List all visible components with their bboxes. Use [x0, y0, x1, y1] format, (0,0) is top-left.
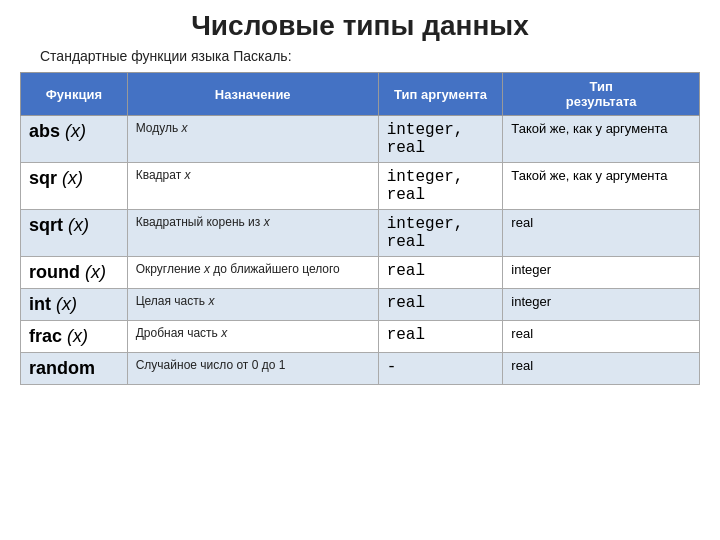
col-header-desc: Назначение: [127, 73, 378, 116]
func-name: int (x): [29, 294, 77, 314]
result-text: real: [511, 326, 533, 341]
argtype-text: real: [387, 294, 425, 312]
argtype-cell: real: [378, 257, 503, 289]
desc-cell: Квадратный корень из x: [127, 210, 378, 257]
argtype-cell: integer,real: [378, 163, 503, 210]
desc-text: Округление x до ближайшего целого: [136, 262, 340, 276]
argtype-text: real: [387, 262, 425, 280]
table-row: abs (x)Модуль xinteger,realТакой же, как…: [21, 116, 700, 163]
desc-cell: Случайное число от 0 до 1: [127, 353, 378, 385]
func-name: sqr (x): [29, 168, 83, 188]
argtype-text: real: [387, 326, 425, 344]
func-cell: frac (x): [21, 321, 128, 353]
result-cell: Такой же, как у аргумента: [503, 163, 700, 210]
result-text: integer: [511, 294, 551, 309]
argtype-cell: real: [378, 289, 503, 321]
desc-text: Целая часть x: [136, 294, 215, 308]
col-header-result: Типрезультата: [503, 73, 700, 116]
result-cell: real: [503, 210, 700, 257]
desc-var: x: [221, 326, 227, 340]
result-text: Такой же, как у аргумента: [511, 121, 667, 136]
result-text: real: [511, 358, 533, 373]
func-name: frac (x): [29, 326, 88, 346]
func-cell: round (x): [21, 257, 128, 289]
desc-cell: Модуль x: [127, 116, 378, 163]
result-cell: integer: [503, 289, 700, 321]
result-cell: real: [503, 353, 700, 385]
func-arg: (x): [56, 294, 77, 314]
func-cell: int (x): [21, 289, 128, 321]
result-cell: integer: [503, 257, 700, 289]
subtitle: Стандартные функции языка Паскаль:: [40, 48, 700, 64]
col-header-func: Функция: [21, 73, 128, 116]
page-title: Числовые типы данных: [20, 10, 700, 42]
argtype-text: integer,real: [387, 215, 464, 251]
desc-cell: Целая часть x: [127, 289, 378, 321]
result-cell: real: [503, 321, 700, 353]
func-cell: sqr (x): [21, 163, 128, 210]
table-row: sqrt (x)Квадратный корень из xinteger,re…: [21, 210, 700, 257]
func-arg: (x): [67, 326, 88, 346]
argtype-cell: -: [378, 353, 503, 385]
result-text: real: [511, 215, 533, 230]
table-row: int (x)Целая часть xrealinteger: [21, 289, 700, 321]
table-row: randomСлучайное число от 0 до 1-real: [21, 353, 700, 385]
table-row: sqr (x)Квадрат xinteger,realТакой же, ка…: [21, 163, 700, 210]
func-arg: (x): [65, 121, 86, 141]
func-name: abs (x): [29, 121, 86, 141]
desc-text: Квадратный корень из x: [136, 215, 270, 229]
argtype-cell: integer,real: [378, 210, 503, 257]
func-cell: abs (x): [21, 116, 128, 163]
result-text: integer: [511, 262, 551, 277]
func-name: round (x): [29, 262, 106, 282]
table-row: frac (x)Дробная часть xrealreal: [21, 321, 700, 353]
desc-text: Модуль x: [136, 121, 188, 135]
result-cell: Такой же, как у аргумента: [503, 116, 700, 163]
argtype-cell: real: [378, 321, 503, 353]
col-header-argtype: Тип аргумента: [378, 73, 503, 116]
result-text: Такой же, как у аргумента: [511, 168, 667, 183]
func-arg: (x): [68, 215, 89, 235]
functions-table: Функция Назначение Тип аргумента Типрезу…: [20, 72, 700, 385]
desc-var: x: [185, 168, 191, 182]
desc-var: x: [182, 121, 188, 135]
func-name: random: [29, 358, 95, 378]
argtype-text: -: [387, 358, 397, 376]
func-cell: random: [21, 353, 128, 385]
desc-text: Случайное число от 0 до 1: [136, 358, 286, 372]
func-arg: (x): [85, 262, 106, 282]
desc-var: x: [264, 215, 270, 229]
argtype-text: integer,real: [387, 121, 464, 157]
desc-cell: Дробная часть x: [127, 321, 378, 353]
desc-var: x: [204, 262, 210, 276]
desc-cell: Округление x до ближайшего целого: [127, 257, 378, 289]
argtype-cell: integer,real: [378, 116, 503, 163]
desc-text: Дробная часть x: [136, 326, 228, 340]
func-name: sqrt (x): [29, 215, 89, 235]
func-arg: (x): [62, 168, 83, 188]
table-row: round (x)Округление x до ближайшего цело…: [21, 257, 700, 289]
func-cell: sqrt (x): [21, 210, 128, 257]
desc-cell: Квадрат x: [127, 163, 378, 210]
desc-var: x: [208, 294, 214, 308]
argtype-text: integer,real: [387, 168, 464, 204]
desc-text: Квадрат x: [136, 168, 191, 182]
